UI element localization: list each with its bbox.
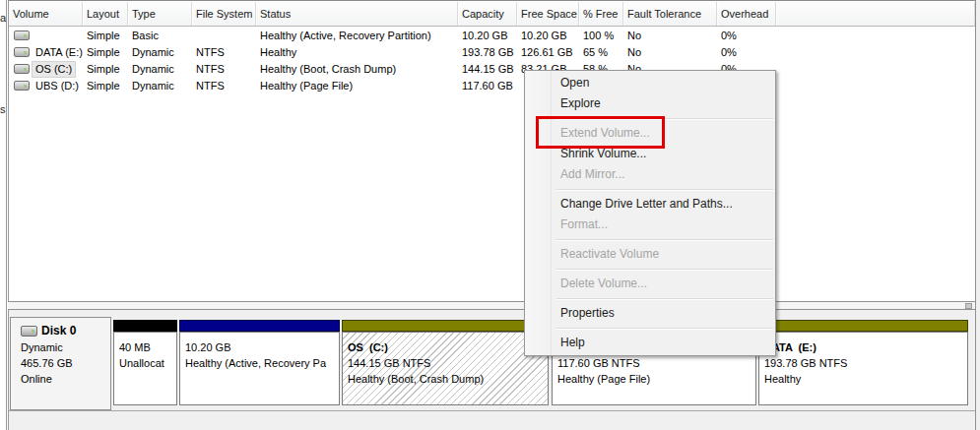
horizontal-scrollbar[interactable] xyxy=(8,301,975,310)
cell-type: Dynamic xyxy=(128,61,192,78)
menu-separator xyxy=(525,324,775,333)
volume-icon xyxy=(14,81,30,91)
cell-status: Healthy (Boot, Crash Dump) xyxy=(256,61,458,78)
clipped-tree-text: s xyxy=(0,103,6,115)
partition-status: Healthy (Page File) xyxy=(557,371,755,387)
cell-type: Basic xyxy=(128,28,192,44)
cell-status: Healthy xyxy=(256,44,458,61)
cell-layout: Simple xyxy=(83,78,128,94)
cell-volume: UBS (D:) xyxy=(9,78,83,94)
cell-overhead: 0% xyxy=(717,44,776,61)
partition-bar-unallocated xyxy=(113,320,177,332)
cell-type: Dynamic xyxy=(128,44,192,61)
cell-type: Dynamic xyxy=(128,78,192,94)
column-header-volume[interactable]: Volume xyxy=(9,2,83,26)
volume-list-header: VolumeLayoutTypeFile SystemStatusCapacit… xyxy=(9,2,975,27)
cell-status: Healthy (Active, Recovery Partition) xyxy=(256,28,458,44)
menu-item-delete-volume: Delete Volume... xyxy=(525,274,775,294)
column-header-layout[interactable]: Layout xyxy=(83,2,128,26)
volume-list-pane: VolumeLayoutTypeFile SystemStatusCapacit… xyxy=(8,0,975,301)
cell-fs: NTFS xyxy=(192,61,256,78)
volume-row[interactable]: UBS (D:)SimpleDynamicNTFSHealthy (Page F… xyxy=(9,78,975,94)
cell-fs: NTFS xyxy=(192,78,256,94)
partition-bar-os-c xyxy=(342,320,549,332)
partition-status: Healthy xyxy=(764,371,967,387)
disk-name: Disk 0 xyxy=(41,324,76,338)
volume-name: DATA (E:) xyxy=(33,45,83,60)
menu-separator xyxy=(525,185,775,194)
partition-unallocated[interactable]: 40 MBUnallocat xyxy=(113,332,177,405)
partition-data-e[interactable]: DATA (E:)193.78 GB NTFSHealthy xyxy=(758,332,968,405)
cell-capacity: 10.20 GB xyxy=(458,28,517,44)
cell-capacity: 117.60 GB xyxy=(458,78,517,94)
cell-volume: DATA (E:) xyxy=(9,44,83,61)
partition-os-c[interactable]: OS (C:)144.15 GB NTFSHealthy (Boot, Cras… xyxy=(342,332,549,405)
cell-volume xyxy=(9,28,83,44)
menu-item-explore[interactable]: Explore xyxy=(525,93,775,114)
menu-item-open[interactable]: Open xyxy=(525,73,775,93)
cell-fault: No xyxy=(623,28,717,44)
column-header-free[interactable]: Free Space xyxy=(517,2,579,26)
partition-status: Unallocat xyxy=(119,355,176,371)
cell-layout: Simple xyxy=(83,61,128,78)
partition-recovery[interactable]: 10.20 GBHealthy (Active, Recovery Pa xyxy=(179,332,340,405)
partition-bar-recovery xyxy=(179,320,340,332)
column-header-status[interactable]: Status xyxy=(256,2,458,26)
cell-pfree: 65 % xyxy=(579,44,623,61)
cell-capacity: 193.78 GB xyxy=(458,44,517,61)
column-header-capacity[interactable]: Capacity xyxy=(458,2,517,26)
volume-row[interactable]: SimpleBasicHealthy (Active, Recovery Par… xyxy=(9,28,975,44)
partition-size: 40 MB xyxy=(119,339,176,355)
disk-size: 465.76 GB xyxy=(21,355,110,371)
partition-label: DATA (E:) xyxy=(764,339,967,355)
cell-fs xyxy=(192,28,256,44)
cell-layout: Simple xyxy=(83,44,128,61)
partition-size: 144.15 GB NTFS xyxy=(348,355,548,371)
cell-free: 126.61 GB xyxy=(517,44,579,61)
menu-item-add-mirror: Add Mirror... xyxy=(525,164,775,185)
volume-icon xyxy=(14,31,30,40)
column-header-pfree[interactable]: % Free xyxy=(579,2,623,26)
column-header-fault[interactable]: Fault Tolerance xyxy=(623,2,717,26)
cell-fault: No xyxy=(623,44,717,61)
partition-status: Healthy (Boot, Crash Dump) xyxy=(348,371,548,387)
column-header-overhead[interactable]: Overhead xyxy=(717,2,776,26)
disk-label-box[interactable]: Disk 0 Dynamic 465.76 GB Online xyxy=(10,317,111,410)
disk-title: Disk 0 xyxy=(21,324,110,339)
volume-row[interactable]: OS (C:)SimpleDynamicNTFSHealthy (Boot, C… xyxy=(9,61,975,78)
disk-icon xyxy=(21,326,37,337)
scrollbar-thumb[interactable] xyxy=(965,303,972,309)
partition-size: 117.60 GB NTFS xyxy=(557,355,755,371)
volume-name: UBS (D:) xyxy=(33,79,82,93)
cell-free: 10.20 GB xyxy=(517,28,579,44)
menu-separator xyxy=(525,235,775,244)
menu-item-format: Format... xyxy=(525,215,775,235)
column-header-blank[interactable] xyxy=(776,2,975,26)
partition-bar-data-e xyxy=(758,320,968,332)
cell-capacity: 144.15 GB xyxy=(458,61,517,78)
partition-size: 193.78 GB NTFS xyxy=(764,355,967,371)
cell-layout: Simple xyxy=(83,28,128,44)
cell-status: Healthy (Page File) xyxy=(256,78,458,94)
extend-volume-highlight-box xyxy=(536,116,665,149)
cell-pfree: 100 % xyxy=(579,28,623,44)
disk-management-window: al s VolumeLayoutTypeFile SystemStatusCa… xyxy=(0,0,980,430)
menu-item-reactivate-volume: Reactivate Volume xyxy=(525,244,775,265)
cell-overhead: 0% xyxy=(717,28,776,44)
column-header-type[interactable]: Type xyxy=(128,2,192,26)
volume-icon xyxy=(14,64,30,74)
menu-item-help[interactable]: Help xyxy=(525,333,775,353)
menu-item-properties[interactable]: Properties xyxy=(525,303,775,324)
volume-name: OS (C:) xyxy=(33,62,75,77)
cell-volume: OS (C:) xyxy=(9,61,83,78)
menu-separator xyxy=(525,265,775,274)
disk-status: Online xyxy=(21,371,110,387)
menu-separator xyxy=(525,294,775,303)
menu-item-change-drive-letter-and-paths[interactable]: Change Drive Letter and Paths... xyxy=(525,194,775,215)
window-border xyxy=(976,0,980,430)
volume-icon xyxy=(14,47,30,57)
disk-type: Dynamic xyxy=(21,339,110,355)
column-header-fs[interactable]: File System xyxy=(192,2,256,26)
volume-row[interactable]: DATA (E:)SimpleDynamicNTFSHealthy193.78 … xyxy=(9,44,975,61)
context-menu: OpenExploreExtend Volume...Shrink Volume… xyxy=(524,70,776,356)
